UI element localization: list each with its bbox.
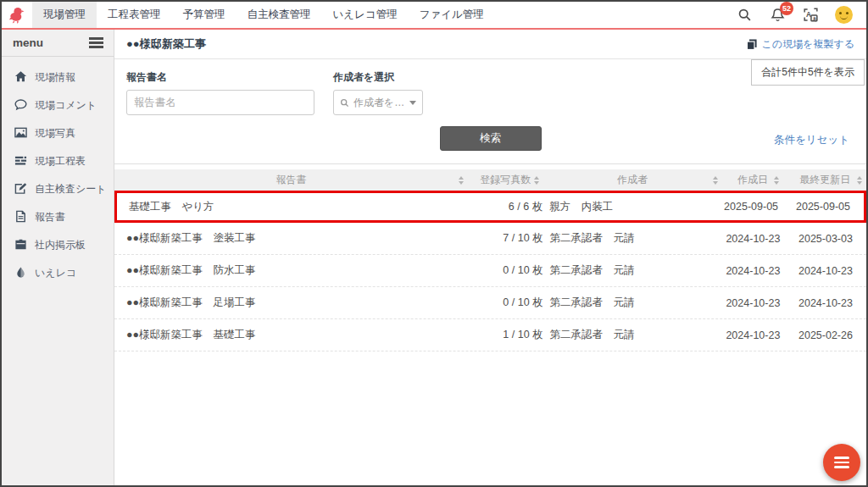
document-icon	[14, 210, 27, 225]
report-name-label: 報告書名	[126, 70, 314, 85]
topnav-item[interactable]: 予算管理	[172, 2, 236, 28]
topnav-item[interactable]: 現場管理	[32, 2, 97, 28]
sidebar-collapse-icon[interactable]	[89, 36, 103, 51]
reports-table: 報告書 登録写真数 作成者 作成日 最終更新日 基礎工事 やり方 6 / 6 枚…	[114, 169, 866, 351]
table-header-row: 報告書 登録写真数 作成者 作成日 最終更新日	[114, 169, 866, 191]
author-select[interactable]: 作成者を選択	[333, 90, 423, 115]
author-select-placeholder: 作成者を選択	[353, 96, 405, 110]
author-select-label: 作成者を選択	[333, 70, 423, 85]
table-row[interactable]: ●●様邸新築工事 塗装工事 7 / 10 枚 第二承認者 元請 2024-10-…	[114, 223, 866, 255]
notifications-bell-icon[interactable]: 52	[769, 7, 786, 24]
duplicate-site-label: この現場を複製する	[762, 37, 854, 52]
table-body: 基礎工事 やり方 6 / 6 枚 親方 内装工 2025-09-05 2025-…	[114, 191, 866, 351]
author-select-field: 作成者を選択 作成者を選択	[333, 70, 423, 115]
photo-icon	[14, 126, 27, 141]
user-avatar[interactable]	[835, 6, 853, 24]
cell-author: 第二承認者 元請	[543, 231, 722, 246]
topnav-item[interactable]: いえレコ管理	[322, 2, 409, 28]
table-column-header[interactable]: 作成者	[543, 169, 722, 191]
sidebar: menu 現場情報 現場コメント 現場写真 現場工程表 自主検査シート 報告書 …	[2, 30, 114, 485]
sidebar-item-label: 社内掲示板	[35, 238, 86, 252]
duplicate-site-link[interactable]: この現場を複製する	[747, 37, 854, 52]
topnav-item[interactable]: 自主検査管理	[236, 2, 322, 28]
sidebar-item[interactable]: 現場コメント	[2, 91, 114, 119]
search-button[interactable]: 検索	[440, 126, 542, 151]
cell-report: ●●様邸新築工事 防水工事	[114, 263, 468, 278]
report-name-input[interactable]	[126, 90, 314, 115]
sidebar-item[interactable]: 自主検査シート	[2, 175, 114, 203]
cell-author: 第二承認者 元請	[543, 263, 722, 278]
sort-icon[interactable]	[459, 176, 464, 185]
sidebar-item[interactable]: 現場写真	[2, 119, 114, 147]
translate-icon[interactable]: A あ	[802, 7, 819, 24]
menu-lines-icon	[834, 457, 849, 459]
cell-updated: 2025-03-03	[783, 233, 866, 245]
app-window: 現場管理工程表管理予算管理自主検査管理いえレコ管理ファイル管理 52 A	[0, 0, 868, 487]
table-column-header[interactable]: 最終更新日	[783, 169, 866, 191]
gantt-icon	[14, 154, 27, 169]
sidebar-item-label: 現場写真	[35, 126, 75, 141]
drop-icon	[14, 266, 27, 281]
home-icon	[14, 70, 27, 86]
cell-photos: 1 / 10 枚	[468, 328, 543, 342]
reset-conditions-link[interactable]: 条件をリセット	[774, 132, 849, 147]
table-row[interactable]: ●●様邸新築工事 足場工事 0 / 10 枚 第二承認者 元請 2024-10-…	[114, 287, 866, 319]
search-icon[interactable]	[736, 7, 753, 24]
sidebar-menu: 現場情報 現場コメント 現場写真 現場工程表 自主検査シート 報告書 社内掲示板…	[2, 57, 114, 287]
sidebar-item-label: 自主検査シート	[35, 182, 107, 196]
cell-created: 2024-10-23	[722, 265, 784, 277]
sidebar-item[interactable]: 社内掲示板	[2, 231, 114, 259]
sidebar-title: menu	[13, 36, 43, 49]
comment-icon	[14, 98, 27, 113]
brand-logo[interactable]	[2, 2, 32, 28]
floating-menu-button[interactable]	[823, 444, 860, 481]
topnav-item[interactable]: ファイル管理	[409, 2, 495, 28]
check-sheet-icon	[14, 182, 27, 197]
topnav-item[interactable]: 工程表管理	[97, 2, 172, 28]
sidebar-item-label: いえレコ	[35, 266, 76, 280]
board-icon	[14, 238, 27, 253]
cell-created: 2024-10-23	[722, 233, 784, 245]
top-navigation-bar: 現場管理工程表管理予算管理自主検査管理いえレコ管理ファイル管理 52 A	[2, 2, 866, 30]
sort-icon[interactable]	[857, 176, 862, 185]
sidebar-item[interactable]: 現場工程表	[2, 147, 114, 175]
cell-photos: 6 / 6 枚	[468, 200, 542, 214]
sort-icon[interactable]	[534, 176, 539, 185]
table-column-header[interactable]: 登録写真数	[468, 169, 543, 191]
table-column-header[interactable]: 作成日	[722, 169, 784, 191]
bird-logo-icon	[7, 5, 27, 25]
copy-icon	[747, 39, 757, 50]
cell-photos: 0 / 10 枚	[468, 296, 543, 310]
sidebar-item-label: 現場コメント	[35, 98, 97, 113]
table-column-header[interactable]: 報告書	[114, 169, 468, 191]
sidebar-item[interactable]: いえレコ	[2, 259, 114, 287]
select-search-icon	[340, 98, 349, 108]
svg-text:A: A	[805, 11, 810, 19]
cell-author: 第二承認者 元請	[543, 328, 722, 342]
topnav-items: 現場管理工程表管理予算管理自主検査管理いえレコ管理ファイル管理	[32, 2, 495, 28]
table-row[interactable]: ●●様邸新築工事 基礎工事 1 / 10 枚 第二承認者 元請 2024-10-…	[114, 319, 866, 351]
cell-updated: 2025-09-05	[782, 201, 864, 213]
sidebar-item[interactable]: 現場情報	[2, 64, 114, 91]
cell-created: 2024-10-23	[722, 329, 784, 341]
cell-author: 親方 内装工	[542, 200, 721, 214]
sidebar-header: menu	[2, 30, 114, 57]
page-title: ●●様邸新築工事	[126, 36, 206, 52]
filter-actions: 検索 条件をリセット	[114, 115, 866, 164]
content-title-bar: ●●様邸新築工事 この現場を複製する	[114, 30, 866, 59]
cell-updated: 2024-10-23	[783, 297, 866, 309]
cell-updated: 2024-10-23	[783, 265, 866, 277]
sort-icon[interactable]	[774, 176, 779, 185]
cell-created: 2025-09-05	[721, 201, 782, 213]
cell-author: 第二承認者 元請	[543, 296, 722, 310]
topnav-right-group: 52 A あ	[736, 2, 866, 28]
cell-photos: 7 / 10 枚	[468, 231, 543, 246]
sort-icon[interactable]	[713, 176, 718, 185]
sidebar-item-label: 現場工程表	[35, 154, 86, 169]
report-name-field: 報告書名	[126, 70, 314, 115]
sidebar-item[interactable]: 報告書	[2, 203, 114, 231]
table-row[interactable]: 基礎工事 やり方 6 / 6 枚 親方 内装工 2025-09-05 2025-…	[114, 191, 866, 223]
cell-report: ●●様邸新築工事 足場工事	[114, 296, 468, 310]
table-row[interactable]: ●●様邸新築工事 防水工事 0 / 10 枚 第二承認者 元請 2024-10-…	[114, 255, 866, 287]
notification-count-badge: 52	[780, 2, 793, 15]
